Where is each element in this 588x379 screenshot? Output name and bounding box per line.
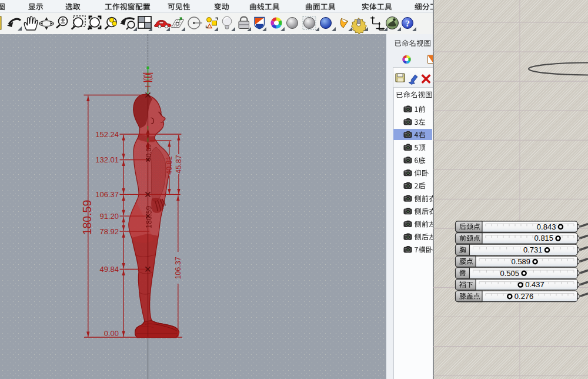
svg-text:106.37: 106.37 <box>95 190 119 199</box>
svg-text:106.37: 106.37 <box>174 257 182 279</box>
svg-text:0.00: 0.00 <box>104 329 119 338</box>
svg-text:78.92: 78.92 <box>99 227 119 236</box>
svg-text:0.731: 0.731 <box>523 245 543 254</box>
svg-text:?: ? <box>405 18 410 28</box>
svg-text:0.437: 0.437 <box>525 280 544 289</box>
svg-text:0.276: 0.276 <box>514 292 534 301</box>
svg-text:180.59: 180.59 <box>81 200 93 235</box>
svg-text:45.87: 45.87 <box>175 155 183 173</box>
svg-text:132.01: 132.01 <box>95 155 119 164</box>
svg-text:49.84: 49.84 <box>99 265 119 274</box>
svg-text:40.81: 40.81 <box>165 156 173 174</box>
svg-text:152.24: 152.24 <box>95 130 119 139</box>
svg-text:0.843: 0.843 <box>537 222 556 231</box>
svg-text:0.815: 0.815 <box>534 234 554 242</box>
svg-text:0.505: 0.505 <box>500 269 520 278</box>
svg-text:91.20: 91.20 <box>99 212 119 221</box>
svg-text:0.589: 0.589 <box>512 257 531 266</box>
